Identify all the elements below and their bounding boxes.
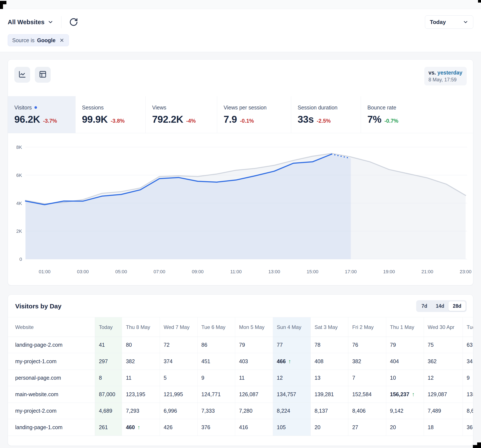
metric-value: 33s — [298, 114, 314, 125]
website-cell[interactable]: landing-page-1.com — [8, 419, 95, 436]
comparison-target-link[interactable]: yesterday — [437, 70, 462, 76]
metric-delta: -3.8% — [111, 118, 125, 124]
metric-label: Views — [152, 104, 166, 111]
x-axis-tick-label: 19:00 — [383, 269, 395, 274]
comparison-selector[interactable]: vs. yesterday 8 May, 17:59 — [424, 67, 467, 85]
value-cell: 76 — [348, 337, 386, 353]
range-option-7d[interactable]: 7d — [417, 301, 432, 311]
column-header-tue-6-may[interactable]: Tue 6 May — [197, 317, 235, 337]
line-chart-view-button[interactable] — [14, 67, 30, 83]
value-cell: 124,771 — [197, 386, 235, 403]
metric-tab-views-per-session[interactable]: Views per session7.9-0.1% — [217, 96, 291, 133]
metric-delta: -4% — [186, 118, 195, 124]
visitors-by-day-table: WebsiteTodayThu 8 MayWed 7 MayTue 6 MayM… — [8, 317, 473, 436]
column-header-sat-3-may[interactable]: Sat 3 May — [310, 317, 348, 337]
metric-tab-visitors[interactable]: Visitors96.2K-3.7% — [8, 96, 75, 133]
hourly-visitors-chart[interactable]: 02K4K6K8K01:0003:0005:0007:0009:0011:001… — [8, 133, 473, 285]
metric-tab-sessions[interactable]: Sessions99.9K-3.8% — [75, 96, 146, 133]
x-axis-tick-label: 01:00 — [39, 269, 51, 274]
value-cell: 123,195 — [122, 386, 160, 403]
main-content: vs. yesterday 8 May, 17:59 Visitors96.2K… — [0, 52, 481, 446]
value-cell: 416 — [235, 419, 273, 436]
chart-svg[interactable]: 02K4K6K8K01:0003:0005:0007:0009:0011:001… — [8, 133, 473, 285]
value-cell: 8,137 — [310, 403, 348, 419]
column-header-tue[interactable]: Tue — [463, 317, 473, 337]
table-row[interactable]: my-project-1.com297382374451403466↑40838… — [8, 353, 473, 370]
table-row[interactable]: my-project-2.com4,6897,2936,9967,3337,28… — [8, 403, 473, 419]
metric-delta: -0.1% — [240, 118, 254, 124]
value-cell: 18 — [424, 419, 463, 436]
website-cell[interactable]: main-website.com — [8, 386, 95, 403]
comparison-timestamp: 8 May, 17:59 — [428, 77, 462, 83]
value-cell: 7,280 — [235, 403, 273, 419]
filter-chip-value: Google — [37, 37, 55, 44]
arrow-up-icon: ↑ — [412, 391, 415, 397]
website-cell[interactable]: my-project-2.com — [8, 403, 95, 419]
value-cell: 129,087 — [424, 386, 463, 403]
value-cell: 8,61 — [463, 403, 473, 419]
value-cell: 7,293 — [122, 403, 160, 419]
arrow-up-icon: ↑ — [137, 424, 140, 430]
column-header-mon-5-may[interactable]: Mon 5 May — [235, 317, 273, 337]
value-cell: 408 — [310, 353, 348, 370]
value-cell: 7,333 — [197, 403, 235, 419]
analytics-dashboard: All Websites Today Source is — [0, 0, 481, 448]
refresh-button[interactable] — [69, 18, 78, 27]
page-header: All Websites Today Source is — [0, 9, 481, 52]
value-highlighted: 460 — [126, 424, 135, 430]
table-row[interactable]: main-website.com87,000123,195121,995124,… — [8, 386, 473, 403]
value-cell: 6,996 — [160, 403, 197, 419]
website-cell[interactable]: landing-page-2.com — [8, 337, 95, 353]
value-cell: 451 — [197, 353, 235, 370]
value-cell: 121,995 — [160, 386, 197, 403]
website-cell[interactable]: my-project-1.com — [8, 353, 95, 370]
value-cell: 152,584 — [348, 386, 386, 403]
table-view-button[interactable] — [35, 67, 51, 83]
value-cell: 11 — [235, 370, 273, 386]
table-header-row: WebsiteTodayThu 8 MayWed 7 MayTue 6 MayM… — [8, 317, 473, 337]
value-cell: 10 — [386, 370, 424, 386]
table-row[interactable]: landing-page-1.com261460↑426376416105202… — [8, 419, 473, 436]
value-cell: 460↑ — [122, 419, 160, 436]
x-axis-tick-label: 03:00 — [77, 269, 89, 274]
metric-tab-bounce-rate[interactable]: Bounce rate7%-0.7% — [361, 96, 473, 133]
website-cell[interactable]: personal-page.com — [8, 370, 95, 386]
metric-tab-views[interactable]: Views792.2K-4% — [146, 96, 217, 133]
metric-tab-session-duration[interactable]: Session duration33s-2.5% — [291, 96, 361, 133]
metric-label: Session duration — [298, 104, 338, 111]
value-highlighted: 466 — [277, 358, 286, 364]
value-cell: 138, — [463, 386, 473, 403]
value-cell: 79 — [235, 337, 273, 353]
metric-value: 96.2K — [14, 114, 40, 125]
close-icon[interactable] — [59, 38, 64, 43]
table-row[interactable]: landing-page-2.com4180728679777876797563 — [8, 337, 473, 353]
column-header-fri-2-may[interactable]: Fri 2 May — [348, 317, 386, 337]
column-header-sun-4-may[interactable]: Sun 4 May — [273, 317, 310, 337]
value-cell: 36 — [463, 419, 473, 436]
value-cell: 12 — [424, 370, 463, 386]
range-option-28d[interactable]: 28d — [449, 301, 466, 311]
date-range-select[interactable]: Today — [425, 15, 473, 29]
range-option-14d[interactable]: 14d — [432, 301, 449, 311]
line-chart-icon — [18, 70, 26, 79]
chevron-down-icon — [463, 19, 468, 25]
value-cell: 8,406 — [348, 403, 386, 419]
value-cell: 156,237↑ — [386, 386, 424, 403]
value-cell: 20 — [386, 419, 424, 436]
column-header-wed-7-may[interactable]: Wed 7 May — [160, 317, 197, 337]
metric-value: 7.9 — [224, 114, 237, 125]
filter-chip-source[interactable]: Source is Google — [8, 34, 69, 46]
metric-delta: -3.7% — [43, 118, 57, 124]
table-row[interactable]: personal-page.com81159111213710129 — [8, 370, 473, 386]
x-axis-tick-label: 07:00 — [154, 269, 165, 274]
value-cell: 4,689 — [95, 403, 122, 419]
column-header-website[interactable]: Website — [8, 317, 95, 337]
value-cell: 7 — [348, 370, 386, 386]
column-header-wed-30-apr[interactable]: Wed 30 Apr — [424, 317, 463, 337]
column-header-today[interactable]: Today — [95, 317, 122, 337]
value-cell: 7,489 — [424, 403, 463, 419]
x-axis-tick-label: 09:00 — [192, 269, 203, 274]
column-header-thu-1-may[interactable]: Thu 1 May — [386, 317, 424, 337]
column-header-thu-8-may[interactable]: Thu 8 May — [122, 317, 160, 337]
site-selector[interactable]: All Websites — [8, 19, 53, 26]
